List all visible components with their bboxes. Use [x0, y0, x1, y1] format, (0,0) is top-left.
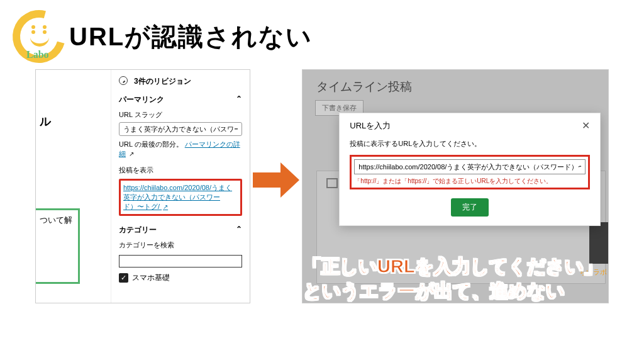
history-icon	[119, 76, 130, 87]
permalink-help-text: URL の最後の部分。 パーマリンクの詳細	[119, 140, 242, 159]
image-icon	[326, 178, 338, 188]
url-input[interactable]	[354, 159, 586, 174]
url-slug-input[interactable]	[119, 122, 242, 136]
annotation-text: 「正しいURLを入力してください」 というエラーが出て、進めない	[303, 254, 602, 303]
chevron-up-icon	[236, 225, 242, 235]
category-search-label: カテゴリーを検索	[119, 240, 242, 250]
wp-editor-cutoff: ル ついて解	[36, 70, 111, 303]
permalink-url-link[interactable]: https://chiilabo.com/2020/08/うまく英字が入力できな…	[123, 184, 232, 210]
chiilabo-logo: Labo	[13, 10, 65, 63]
close-icon[interactable]: ✕	[582, 120, 590, 132]
logo-text: Labo	[26, 49, 49, 60]
green-highlight-box	[35, 208, 80, 284]
wordpress-panel: ル ついて解 3件のリビジョン パーマリンク URL スラッグ URL の最後の…	[35, 69, 250, 303]
done-button[interactable]: 完了	[451, 198, 489, 217]
modal-input-highlight-box: 「http://」または「https://」で始まる正しいURLを入力してくださ…	[350, 155, 590, 189]
partial-title-text: ル	[40, 114, 51, 129]
chevron-up-icon	[236, 94, 242, 105]
external-link-icon	[162, 203, 168, 210]
revisions-row[interactable]: 3件のリビジョン	[119, 76, 242, 87]
gmb-page-title: タイムライン投稿	[303, 70, 608, 100]
category-section-header[interactable]: カテゴリー	[119, 225, 242, 235]
modal-title: URLを入力	[350, 120, 391, 132]
wp-settings-sidebar: 3件のリビジョン パーマリンク URL スラッグ URL の最後の部分。 パーマ…	[111, 70, 250, 303]
page-title: URLが認識されない	[69, 20, 313, 54]
permalink-section-header[interactable]: パーマリンク	[119, 94, 242, 105]
annotation-line-1: 「正しいURLを入力してください」	[303, 254, 602, 279]
header: Labo URLが認識されない	[0, 0, 644, 69]
checkbox-checked-icon[interactable]: ✓	[119, 273, 128, 283]
category-item-label: スマホ基礎	[132, 273, 170, 283]
permalink-highlight-box: https://chiilabo.com/2020/08/うまく英字が入力できな…	[119, 179, 242, 216]
modal-error-text: 「http://」または「https://」で始まる正しいURLを入力してくださ…	[354, 177, 586, 186]
external-link-icon	[128, 150, 134, 157]
arrow-right-icon	[253, 161, 299, 199]
permalink-section-label: パーマリンク	[119, 94, 164, 105]
modal-subtitle: 投稿に表示するURLを入力してください。	[350, 139, 590, 149]
category-checkbox-row[interactable]: ✓ スマホ基礎	[119, 273, 242, 283]
url-input-modal: URLを入力 ✕ 投稿に表示するURLを入力してください。 「http://」ま…	[339, 113, 601, 226]
category-search-input[interactable]	[119, 255, 242, 268]
annotation-line-2: というエラーが出て、進めない	[303, 279, 602, 303]
revisions-label: 3件のリビジョン	[134, 76, 191, 87]
url-slug-label: URL スラッグ	[119, 110, 242, 120]
category-section-label: カテゴリー	[119, 225, 157, 235]
view-post-label: 投稿を表示	[119, 166, 242, 175]
